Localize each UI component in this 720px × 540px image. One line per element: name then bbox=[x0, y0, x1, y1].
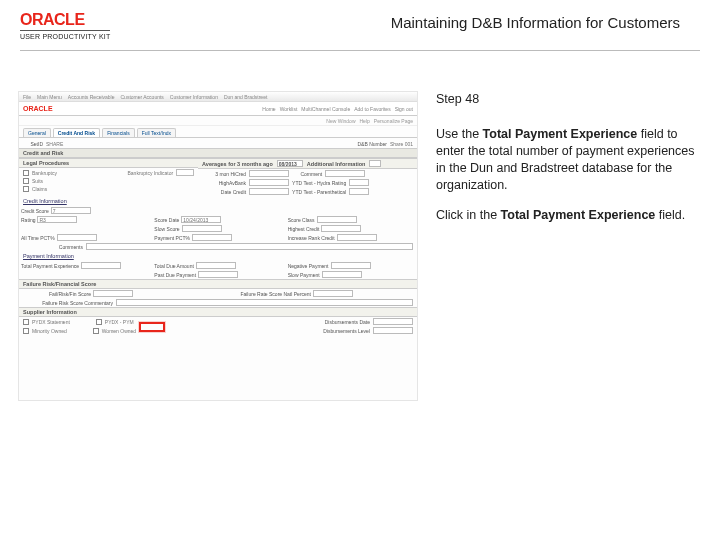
util-link[interactable]: New Window bbox=[326, 118, 355, 124]
payment-pct-input[interactable] bbox=[192, 234, 232, 241]
crumb: Customer Accounts bbox=[121, 94, 164, 100]
nav-link[interactable]: Sign out bbox=[395, 106, 413, 112]
brand-logo: ORACLE USER PRODUCTIVITY KIT bbox=[20, 12, 110, 40]
nav-link[interactable]: MultiChannel Console bbox=[301, 106, 350, 112]
instruction-text-1: Use the Total Payment Experience field t… bbox=[436, 126, 700, 194]
tab-bar: General Credit And Risk Financials Full … bbox=[19, 126, 417, 138]
score-class-input[interactable] bbox=[317, 216, 357, 223]
util-link[interactable]: Personalize Page bbox=[374, 118, 413, 124]
score-date-input[interactable]: 10/24/2013 bbox=[181, 216, 221, 223]
past-due-input[interactable] bbox=[198, 271, 238, 278]
util-link[interactable]: Help bbox=[360, 118, 370, 124]
disb-level-input[interactable] bbox=[373, 327, 413, 334]
brand-bar: ORACLE Home Worklist MultiChannel Consol… bbox=[19, 102, 417, 116]
avg-row: HighAvBank YTD Text - Hydra Rating bbox=[198, 178, 417, 187]
tab-full-text[interactable]: Full Text/Indx bbox=[137, 128, 176, 137]
setid-value: SHARE bbox=[46, 141, 63, 147]
slow-score-input[interactable] bbox=[182, 225, 222, 232]
fail-commentary-input[interactable] bbox=[116, 299, 413, 306]
section-credit-risk: Credit and Risk bbox=[19, 148, 417, 158]
crumb: Dun and Bradstreet bbox=[224, 94, 267, 100]
info-row: SetID SHARE D&B Number Share 001 bbox=[19, 138, 417, 148]
failure-head: Failure Risk/Financial Score bbox=[19, 279, 417, 289]
legal-row: Bankruptcy Bankruptcy Indicator bbox=[19, 168, 198, 177]
nav-link[interactable]: Worklist bbox=[280, 106, 298, 112]
avg-head: Averages for 3 months ago 08/2013 Additi… bbox=[198, 158, 417, 169]
credit-score-input[interactable]: 7 bbox=[51, 207, 91, 214]
avg-row: Date Credit YTD Text - Parenthetical bbox=[198, 187, 417, 196]
fail-score-input[interactable] bbox=[93, 290, 133, 297]
slow-payment-input[interactable] bbox=[322, 271, 362, 278]
checkbox-icon[interactable] bbox=[23, 170, 29, 176]
disb-date-input[interactable] bbox=[373, 318, 413, 325]
comment-input[interactable] bbox=[325, 170, 365, 177]
page-title: Maintaining D&B Information for Customer… bbox=[110, 12, 700, 31]
checkbox-icon[interactable] bbox=[96, 319, 102, 325]
dbnum-label: D&B Number bbox=[347, 141, 387, 147]
checkbox-icon[interactable] bbox=[23, 319, 29, 325]
dbnum-value: Share 001 bbox=[390, 141, 413, 147]
crumb: Accounts Receivable bbox=[68, 94, 115, 100]
nav-link[interactable]: Add to Favorites bbox=[354, 106, 390, 112]
legal-row: Suits bbox=[19, 177, 198, 185]
highest-credit-input[interactable] bbox=[321, 225, 361, 232]
hydra-input[interactable] bbox=[349, 179, 369, 186]
app-screenshot: File Main Menu Accounts Receivable Custo… bbox=[18, 91, 418, 401]
total-due-input[interactable] bbox=[196, 262, 236, 269]
neg-payment-input[interactable] bbox=[331, 262, 371, 269]
rating-input[interactable]: R3 bbox=[37, 216, 77, 223]
instruction-highlight bbox=[139, 322, 165, 332]
legal-row: Claims bbox=[19, 185, 198, 193]
crumb: Customer Information bbox=[170, 94, 218, 100]
bankruptcy-ind-input[interactable] bbox=[176, 169, 194, 176]
legal-head: Legal Procedures bbox=[19, 158, 198, 168]
utility-bar: New Window Help Personalize Page bbox=[19, 116, 417, 126]
step-label: Step 48 bbox=[436, 91, 700, 108]
upk-subtitle: USER PRODUCTIVITY KIT bbox=[20, 30, 110, 40]
tab-general[interactable]: General bbox=[23, 128, 51, 137]
setid-label: SetID bbox=[23, 141, 43, 147]
avbank-input[interactable] bbox=[249, 179, 289, 186]
instruction-text-2: Click in the Total Payment Experience fi… bbox=[436, 207, 700, 224]
oracle-wordmark: ORACLE bbox=[20, 12, 85, 28]
supplier-head: Supplier Information bbox=[19, 307, 417, 317]
payment-info-head: Payment Information bbox=[19, 251, 417, 261]
total-payment-experience-input[interactable] bbox=[81, 262, 121, 269]
crumb: File bbox=[23, 94, 31, 100]
fail-natl-input[interactable] bbox=[313, 290, 353, 297]
comments-input[interactable] bbox=[86, 243, 413, 250]
inc-rank-input[interactable] bbox=[337, 234, 377, 241]
tab-financials[interactable]: Financials bbox=[102, 128, 135, 137]
supplier-row: Minority Owned Women Owned Disbursements… bbox=[19, 326, 417, 335]
checkbox-icon[interactable] bbox=[23, 328, 29, 334]
checkbox-icon[interactable] bbox=[23, 178, 29, 184]
checkbox-icon[interactable] bbox=[93, 328, 99, 334]
supplier-row: PYDX Statement PYDX - PYM Disbursements … bbox=[19, 317, 417, 326]
instruction-panel: Step 48 Use the Total Payment Experience… bbox=[436, 91, 700, 401]
avg-row: 3 mon HiCred Comment bbox=[198, 169, 417, 178]
alltime-pct-input[interactable] bbox=[57, 234, 97, 241]
tab-credit-risk[interactable]: Credit And Risk bbox=[53, 128, 100, 137]
avg-addl-input[interactable] bbox=[369, 160, 381, 167]
date-credit-input[interactable] bbox=[249, 188, 289, 195]
crumb: Main Menu bbox=[37, 94, 62, 100]
avg-date-input[interactable]: 08/2013 bbox=[277, 160, 303, 167]
paren-input[interactable] bbox=[349, 188, 369, 195]
hi-cred-input[interactable] bbox=[249, 170, 289, 177]
credit-info-head: Credit Information bbox=[19, 196, 417, 206]
mini-oracle-logo: ORACLE bbox=[23, 105, 53, 112]
breadcrumb-bar: File Main Menu Accounts Receivable Custo… bbox=[19, 92, 417, 102]
nav-link[interactable]: Home bbox=[262, 106, 275, 112]
checkbox-icon[interactable] bbox=[23, 186, 29, 192]
